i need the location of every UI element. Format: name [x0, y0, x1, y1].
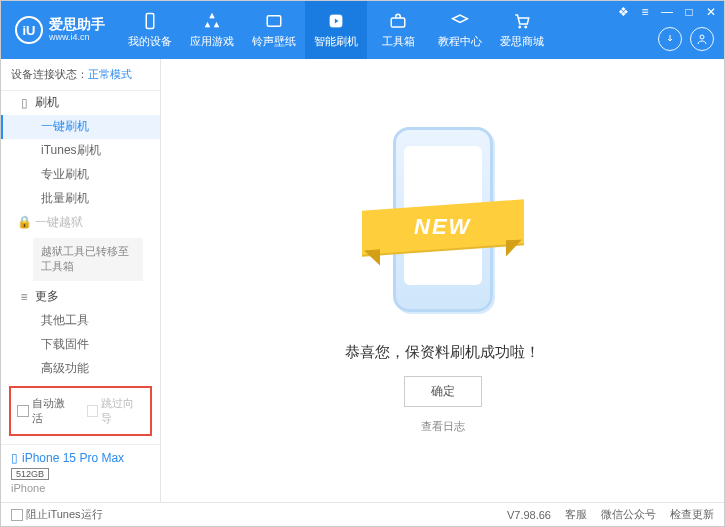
sidebar-group-flash[interactable]: ▯ 刷机 — [1, 91, 160, 115]
flash-icon — [326, 11, 346, 31]
nav-label: 爱思商城 — [500, 34, 544, 49]
nav-label: 智能刷机 — [314, 34, 358, 49]
main-content: ⌾ NEW 恭喜您，保资料刷机成功啦！ 确定 查看日志 — [161, 59, 724, 502]
block-itunes-checkbox[interactable]: 阻止iTunes运行 — [11, 507, 103, 522]
logo-block: iU 爱思助手 www.i4.cn — [1, 16, 119, 44]
toolbox-icon — [388, 11, 408, 31]
device-phone-icon: ▯ — [11, 451, 18, 465]
apps-icon — [202, 11, 222, 31]
theme-icon[interactable]: ❖ — [616, 5, 630, 19]
app-header: iU 爱思助手 www.i4.cn 我的设备 应用游戏 铃声壁纸 智能刷机 工具… — [1, 1, 724, 59]
nav-tutorial[interactable]: 教程中心 — [429, 1, 491, 59]
sidebar-group-more[interactable]: ≡ 更多 — [1, 285, 160, 309]
svg-point-4 — [519, 26, 521, 28]
user-button[interactable] — [690, 27, 714, 51]
logo-icon: iU — [15, 16, 43, 44]
close-button[interactable]: ✕ — [704, 5, 718, 19]
graduation-icon — [450, 11, 470, 31]
nav-smart-flash[interactable]: 智能刷机 — [305, 1, 367, 59]
svg-point-6 — [700, 35, 704, 39]
new-ribbon: NEW — [362, 199, 524, 254]
skip-guide-checkbox[interactable]: 跳过向导 — [87, 396, 145, 426]
nav-my-device[interactable]: 我的设备 — [119, 1, 181, 59]
app-url: www.i4.cn — [49, 33, 105, 43]
nav-label: 应用游戏 — [190, 34, 234, 49]
device-name[interactable]: ▯ iPhone 15 Pro Max — [11, 451, 150, 465]
sidebar-item-oneclick-flash[interactable]: 一键刷机 — [1, 115, 160, 139]
sidebar-item-other-tools[interactable]: 其他工具 — [1, 309, 160, 333]
svg-rect-3 — [391, 18, 405, 27]
view-log-link[interactable]: 查看日志 — [421, 419, 465, 434]
sidebar-item-download-firmware[interactable]: 下载固件 — [1, 332, 160, 356]
connection-status: 设备连接状态：正常模式 — [1, 59, 160, 91]
version-label: V7.98.66 — [507, 509, 551, 521]
nav-store[interactable]: 爱思商城 — [491, 1, 553, 59]
device-info: ▯ iPhone 15 Pro Max 512GB iPhone — [1, 444, 160, 502]
nav-toolbox[interactable]: 工具箱 — [367, 1, 429, 59]
maximize-button[interactable]: □ — [682, 5, 696, 19]
status-bar: 阻止iTunes运行 V7.98.66 客服 微信公众号 检查更新 — [1, 502, 724, 526]
connection-mode: 正常模式 — [88, 68, 132, 80]
footer-link-update[interactable]: 检查更新 — [670, 507, 714, 522]
nav-label: 教程中心 — [438, 34, 482, 49]
minimize-button[interactable]: ― — [660, 5, 674, 19]
phone-small-icon: ▯ — [19, 96, 29, 110]
device-storage: 512GB — [11, 468, 49, 480]
svg-point-5 — [525, 26, 527, 28]
more-icon: ≡ — [19, 290, 29, 304]
app-name: 爱思助手 — [49, 17, 105, 32]
top-nav: 我的设备 应用游戏 铃声壁纸 智能刷机 工具箱 教程中心 爱思商城 — [119, 1, 553, 59]
nav-label: 我的设备 — [128, 34, 172, 49]
sidebar: 设备连接状态：正常模式 ▯ 刷机 一键刷机 iTunes刷机 专业刷机 批量刷机… — [1, 59, 161, 502]
download-button[interactable] — [658, 27, 682, 51]
lock-icon: 🔒 — [19, 215, 29, 229]
sidebar-item-advanced[interactable]: 高级功能 — [1, 356, 160, 380]
cart-icon — [512, 11, 532, 31]
nav-apps-games[interactable]: 应用游戏 — [181, 1, 243, 59]
nav-ringtone-wallpaper[interactable]: 铃声壁纸 — [243, 1, 305, 59]
device-type: iPhone — [11, 482, 150, 494]
sidebar-item-pro-flash[interactable]: 专业刷机 — [1, 162, 160, 186]
footer-link-wechat[interactable]: 微信公众号 — [601, 507, 656, 522]
nav-label: 工具箱 — [382, 34, 415, 49]
svg-rect-1 — [267, 16, 281, 27]
success-illustration: ⌾ NEW — [378, 127, 508, 327]
auto-activate-checkbox[interactable]: 自动激活 — [17, 396, 75, 426]
window-controls: ❖ ≡ ― □ ✕ — [616, 5, 718, 19]
activation-options-box: 自动激活 跳过向导 — [9, 386, 152, 436]
sidebar-item-batch-flash[interactable]: 批量刷机 — [1, 186, 160, 210]
jailbreak-moved-note: 越狱工具已转移至工具箱 — [33, 238, 143, 281]
phone-icon — [140, 11, 160, 31]
svg-rect-0 — [146, 14, 154, 29]
menu-icon[interactable]: ≡ — [638, 5, 652, 19]
sidebar-group-jailbreak: 🔒 一键越狱 — [1, 210, 160, 234]
success-message: 恭喜您，保资料刷机成功啦！ — [345, 343, 540, 362]
ok-button[interactable]: 确定 — [404, 376, 482, 407]
nav-label: 铃声壁纸 — [252, 34, 296, 49]
footer-link-support[interactable]: 客服 — [565, 507, 587, 522]
sidebar-item-itunes-flash[interactable]: iTunes刷机 — [1, 139, 160, 163]
image-icon — [264, 11, 284, 31]
